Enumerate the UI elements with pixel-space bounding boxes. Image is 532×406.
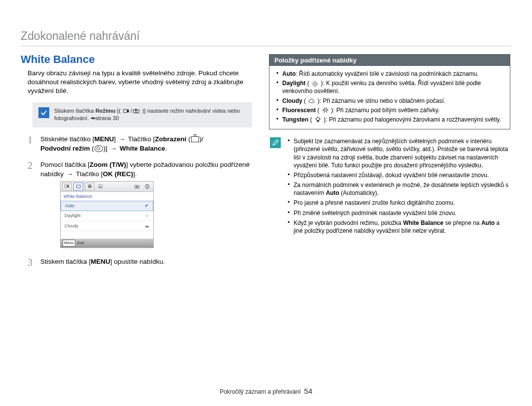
svg-rect-0 bbox=[124, 110, 127, 113]
ms-tab bbox=[133, 183, 141, 190]
intro-paragraph: Barvy obrazu závisejí na typu a kvalitě … bbox=[28, 69, 256, 95]
note-item: Když je vybrán podvodní režimu, položka … bbox=[287, 219, 510, 235]
ms-tab-selected bbox=[73, 183, 83, 190]
ms-item: Cloudy☁ bbox=[61, 221, 153, 231]
ms-footer: MenuExit bbox=[61, 239, 153, 247]
svg-line-17 bbox=[313, 85, 313, 86]
display-icon bbox=[191, 136, 199, 142]
svg-line-22 bbox=[324, 107, 324, 109]
page-footer: Pokročilý záznam a přehrávání 54 bbox=[0, 387, 532, 395]
topic-title: White Balance bbox=[21, 53, 256, 66]
diver-icon bbox=[95, 145, 103, 152]
note-item: Za normálních podmínek v exteriérech je … bbox=[287, 181, 510, 197]
ms-tab bbox=[143, 183, 152, 190]
divider bbox=[21, 46, 511, 46]
ms-title: White Balance bbox=[61, 192, 153, 202]
note-item: Subjekt lze zaznamenávat za nejrůznějšíc… bbox=[287, 137, 510, 169]
note-item: Při změně světelných podmínek nastavte v… bbox=[287, 209, 510, 217]
submenu-item: Fluorescent ( ): Při záznamu pod bílým s… bbox=[275, 106, 504, 114]
camera-icon bbox=[133, 108, 139, 114]
step-2: Pomocí tlačítka [Zoom (T/W)] vyberte pož… bbox=[28, 160, 256, 248]
ms-tab: 🕮 bbox=[96, 183, 105, 190]
video-icon bbox=[123, 108, 130, 114]
svg-rect-4 bbox=[65, 185, 67, 187]
note-item: Přizpůsobená nastavení zůstávají, dokud … bbox=[287, 171, 510, 179]
submenu-item: Auto: Řídí automaticky vyvážení bílé v z… bbox=[275, 70, 504, 78]
svg-point-26 bbox=[316, 118, 320, 121]
submenu-item: Cloudy ( ): Při záznamu ve stínu nebo v … bbox=[275, 97, 504, 105]
mode-note: Stiskem tlačítka Režimu [( / )] nastavte… bbox=[33, 102, 252, 127]
submenu-item: Daylight ( ): K použití venku za denního… bbox=[275, 79, 504, 95]
check-icon bbox=[38, 107, 49, 118]
svg-line-18 bbox=[317, 81, 317, 82]
submenu-header: Položky podřízené nabídky bbox=[269, 55, 510, 66]
ms-tab: ▦ bbox=[85, 183, 95, 190]
pencil-icon bbox=[270, 137, 281, 148]
svg-rect-3 bbox=[135, 109, 136, 110]
svg-rect-5 bbox=[76, 185, 80, 188]
svg-line-16 bbox=[317, 85, 317, 86]
svg-point-10 bbox=[314, 82, 317, 85]
ms-tab bbox=[62, 183, 72, 190]
svg-rect-19 bbox=[323, 109, 327, 111]
menu-screenshot: ▦ 🕮 White Balance Auto✔ Day bbox=[60, 181, 154, 248]
submenu-box: Položky podřízené nabídky Auto: Řídí aut… bbox=[269, 54, 510, 129]
svg-line-25 bbox=[326, 111, 327, 113]
notes-block: Subjekt lze zaznamenávat za nejrůznějšíc… bbox=[270, 137, 510, 237]
note-item: Pro jasné a přesné nastavení zrušte funk… bbox=[287, 199, 510, 207]
step-1: Stiskněte tlačítko [MENU] → Tlačítko [Zo… bbox=[28, 134, 256, 153]
svg-point-2 bbox=[135, 111, 137, 113]
svg-line-15 bbox=[313, 81, 313, 82]
ms-item: Daylight☼ bbox=[61, 211, 153, 221]
submenu-item: Tungsten ( ): Při záznamu pod halogenový… bbox=[275, 116, 504, 124]
svg-point-7 bbox=[136, 186, 138, 187]
chapter-title: Zdokonalené nahrávání bbox=[21, 30, 511, 43]
svg-line-23 bbox=[326, 107, 327, 109]
svg-line-24 bbox=[324, 111, 324, 113]
ms-item-selected: Auto✔ bbox=[61, 201, 153, 211]
step-3: Stiskem tlačítka [MENU] opustíte nabídku… bbox=[28, 257, 256, 266]
